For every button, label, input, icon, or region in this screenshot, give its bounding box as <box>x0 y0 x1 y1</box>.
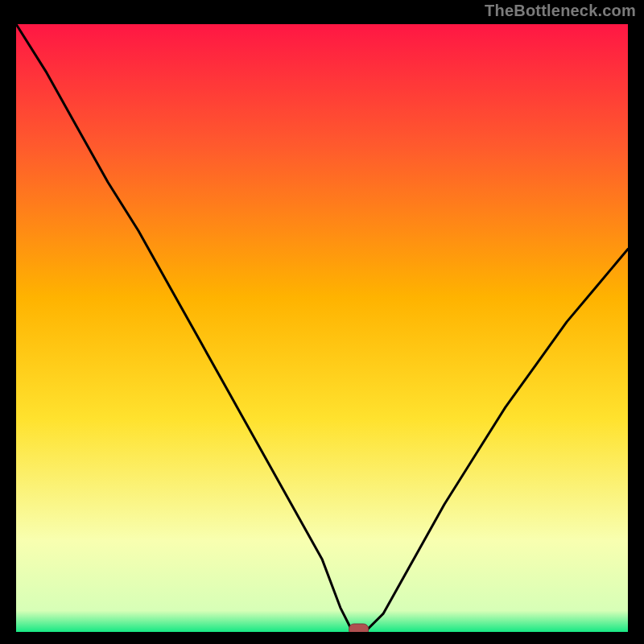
gradient-background <box>16 24 628 632</box>
chart-stage: TheBottleneck.com <box>0 0 644 644</box>
optimum-marker <box>349 624 369 632</box>
chart-svg <box>16 24 628 632</box>
plot-frame <box>16 24 628 632</box>
watermark-text: TheBottleneck.com <box>485 2 636 20</box>
